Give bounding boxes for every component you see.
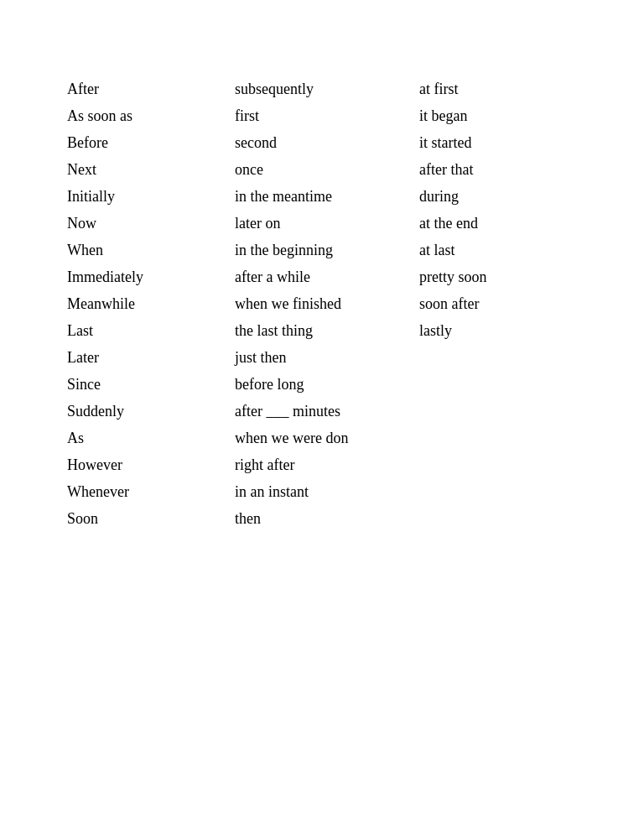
list-item: Next [67,156,235,183]
list-item: right after [235,451,419,478]
list-item: in the meantime [235,183,419,210]
list-item: Whenever [67,478,235,505]
list-item: second [235,129,419,156]
list-item: the last thing [235,317,419,344]
list-item: Immediately [67,263,235,290]
list-item: when we finished [235,290,419,317]
list-item: before long [235,371,419,398]
list-item: at last [419,237,570,263]
list-item: pretty soon [419,263,570,290]
columns-container: AfterAs soon asBeforeNextInitiallyNowWhe… [67,76,577,532]
list-item: later on [235,210,419,237]
list-item: at first [419,76,570,102]
list-item: soon after [419,290,570,317]
list-item: As soon as [67,102,235,129]
list-item: it started [419,129,570,156]
list-item: Last [67,317,235,344]
column-3: at firstit beganit startedafter thatduri… [419,76,570,344]
list-item: when we were don [235,425,419,451]
list-item: subsequently [235,76,419,102]
list-item: in an instant [235,478,419,505]
list-item: after a while [235,263,419,290]
list-item: However [67,451,235,478]
list-item: After [67,76,235,102]
list-item: just then [235,344,419,371]
list-item: Suddenly [67,398,235,425]
list-item: As [67,425,235,451]
list-item: Later [67,344,235,371]
list-item: Meanwhile [67,290,235,317]
list-item: then [235,505,419,532]
list-item: first [235,102,419,129]
list-item: during [419,183,570,210]
list-item: Soon [67,505,235,532]
list-item: Since [67,371,235,398]
list-item: When [67,237,235,263]
list-item: Before [67,129,235,156]
list-item: after that [419,156,570,183]
list-item: Initially [67,183,235,210]
column-1: AfterAs soon asBeforeNextInitiallyNowWhe… [67,76,235,532]
column-2: subsequentlyfirstsecondoncein the meanti… [235,76,419,532]
list-item: it began [419,102,570,129]
list-item: once [235,156,419,183]
page: AfterAs soon asBeforeNextInitiallyNowWhe… [0,0,644,834]
list-item: lastly [419,317,570,344]
list-item: in the beginning [235,237,419,263]
list-item: Now [67,210,235,237]
list-item: after ___ minutes [235,398,419,425]
list-item: at the end [419,210,570,237]
